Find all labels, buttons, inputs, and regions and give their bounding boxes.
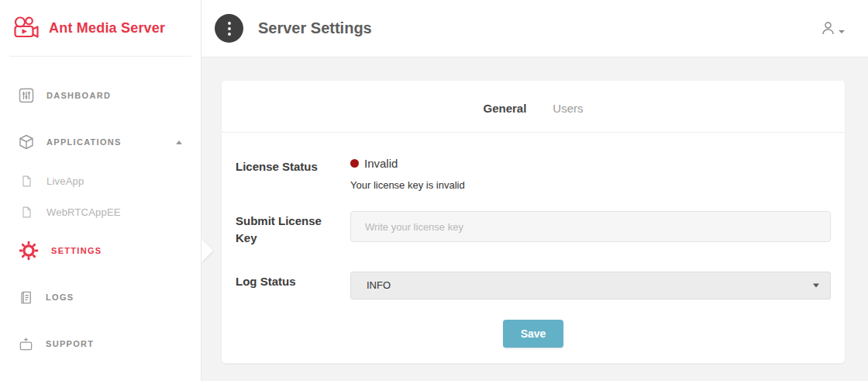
applications-icon [19,134,34,150]
dashboard-icon [19,88,34,103]
vertical-dots-icon [228,22,231,36]
sidebar-nav: DASHBOARD APPLICATIONS LiveApp [0,57,201,367]
save-button[interactable]: Save [503,320,564,348]
ant-media-logo-icon [11,16,40,40]
sidebar-item-label: WebRTCAppEE [46,206,121,218]
log-status-label: Log Status [236,272,336,300]
app-root: Ant Media Server DASHBOARD [0,0,868,381]
brand-logo: Ant Media Server [0,0,201,56]
sidebar-item-applications[interactable]: APPLICATIONS [0,119,201,165]
log-status-select[interactable]: INFO [350,272,831,300]
sidebar: Ant Media Server DASHBOARD [0,0,202,381]
save-row: Save [236,320,831,348]
brand-name: Ant Media Server [49,20,165,36]
collapse-caret-icon[interactable] [176,140,182,144]
sidebar-item-label: DASHBOARD [46,91,111,100]
user-icon [820,20,836,36]
sidebar-item-support[interactable]: SUPPORT [0,320,201,367]
sidebar-item-settings[interactable]: SETTINGS [0,227,201,274]
sidebar-item-label: SETTINGS [51,246,102,255]
header-menu-button[interactable] [215,14,243,43]
license-status-line: Invalid [350,157,831,170]
support-icon [19,337,33,352]
sidebar-item-label: SUPPORT [46,339,94,348]
file-icon [21,206,33,218]
logs-icon [19,290,33,305]
status-dot-icon [350,159,359,168]
general-settings-form: License Status Invalid Your license key … [222,133,845,348]
license-status-description: Your license key is invalid [350,179,831,191]
sidebar-item-liveapp[interactable]: LiveApp [0,165,201,196]
license-key-label: Submit License Key [236,211,336,247]
license-key-input[interactable] [350,211,831,242]
gear-icon [19,241,39,261]
tab-general[interactable]: General [483,102,526,115]
license-key-field [350,211,831,247]
tab-users[interactable]: Users [553,102,583,115]
sidebar-item-webrtcappee[interactable]: WebRTCAppEE [0,196,201,227]
file-icon [21,175,33,187]
top-header: Server Settings [202,0,868,57]
active-item-arrow [202,239,213,262]
license-status-label: License Status [236,157,336,191]
sidebar-item-label: APPLICATIONS [46,137,122,147]
form-row-log-status: Log Status INFO [236,272,831,300]
sidebar-item-label: LOGS [46,293,74,302]
sidebar-item-label: LiveApp [46,175,84,187]
log-status-field: INFO [350,272,831,300]
settings-tabs: General Users [222,81,845,115]
form-row-license-key: Submit License Key [236,211,831,247]
form-row-license-status: License Status Invalid Your license key … [236,157,831,191]
log-status-select-wrap: INFO [350,272,831,300]
license-status-field: Invalid Your license key is invalid [350,157,831,191]
server-settings-panel: General Users License Status Invalid You… [222,81,845,363]
license-status-value: Invalid [364,157,398,170]
chevron-down-icon [839,30,845,33]
sidebar-item-logs[interactable]: LOGS [0,274,201,320]
user-menu[interactable] [820,20,845,36]
page-title: Server Settings [258,19,372,37]
sidebar-item-dashboard[interactable]: DASHBOARD [0,72,201,119]
